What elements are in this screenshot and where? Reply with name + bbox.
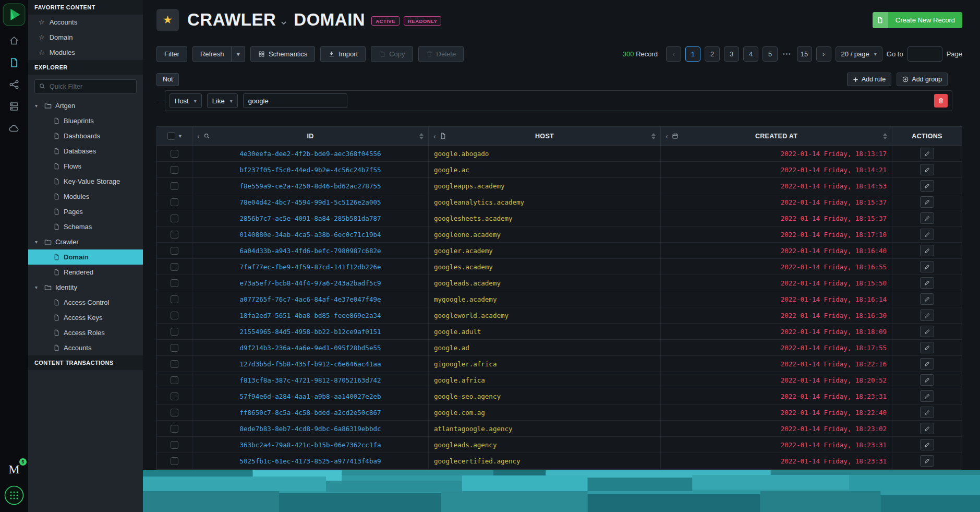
sort-control[interactable] [883, 133, 887, 139]
row-checkbox[interactable] [171, 215, 178, 222]
edit-record-button[interactable] [920, 148, 934, 159]
section-favorite-content[interactable]: FAVORITE CONTENT [28, 0, 143, 15]
edit-record-button[interactable] [920, 342, 934, 353]
page-button-2[interactable]: 2 [705, 46, 720, 62]
jump-forward-ellipsis[interactable]: ••• [783, 51, 792, 57]
chevron-left-icon[interactable]: ‹ [666, 132, 668, 140]
tree-folder-artgen[interactable]: ▾ Artgen [28, 98, 143, 113]
edit-record-button[interactable] [920, 407, 934, 418]
row-checkbox[interactable] [171, 376, 178, 384]
column-header-host[interactable]: ‹ HOST [429, 127, 661, 145]
page-size-select[interactable]: 20 / page ▾ [836, 46, 882, 62]
edit-record-button[interactable] [920, 374, 934, 386]
edit-record-button[interactable] [920, 439, 934, 450]
tree-item-rendered[interactable]: Rendered [28, 265, 143, 280]
column-header-id[interactable]: ‹ ID [192, 127, 429, 145]
tree-item-access-roles[interactable]: Access Roles [28, 325, 143, 340]
select-all-checkbox[interactable] [167, 132, 175, 140]
share-nodes-icon[interactable] [9, 79, 19, 90]
edit-record-button[interactable] [920, 212, 934, 224]
page-button-15[interactable]: 15 [797, 46, 812, 62]
edit-record-button[interactable] [920, 455, 934, 467]
edit-record-button[interactable] [920, 245, 934, 256]
search-icon[interactable] [203, 133, 210, 139]
schemantics-button[interactable]: Schemantics [250, 46, 315, 62]
row-checkbox[interactable] [171, 295, 178, 303]
row-checkbox[interactable] [171, 328, 178, 336]
row-checkbox[interactable] [171, 392, 178, 400]
import-button[interactable]: Import [320, 46, 366, 62]
tree-item-modules[interactable]: Modules [28, 189, 143, 204]
delete-rule-button[interactable] [934, 94, 948, 108]
page-button-4[interactable]: 4 [743, 46, 758, 62]
rule-value-input[interactable] [243, 93, 347, 108]
add-group-button[interactable]: Add group [897, 73, 948, 86]
cloud-icon[interactable] [9, 123, 19, 134]
goto-page-input[interactable] [908, 46, 942, 62]
row-checkbox[interactable] [171, 198, 178, 206]
edit-record-button[interactable] [920, 326, 934, 337]
row-checkbox[interactable] [171, 263, 178, 271]
add-rule-button[interactable]: Add rule [847, 73, 892, 86]
edit-record-button[interactable] [920, 164, 934, 175]
delete-button[interactable]: Delete [418, 46, 464, 62]
rule-field-select[interactable]: Host ▾ [170, 93, 202, 108]
refresh-button[interactable]: Refresh [192, 46, 232, 62]
favorite-item-modules[interactable]: ☆ Modules [28, 45, 143, 60]
tree-folder-identity[interactable]: ▾ Identity [28, 280, 143, 295]
edit-record-button[interactable] [920, 196, 934, 208]
caret-down-icon[interactable]: ▾ [35, 103, 41, 109]
tree-folder-crawler[interactable]: ▾ Crawler [28, 234, 143, 249]
row-checkbox[interactable] [171, 344, 178, 352]
row-checkbox[interactable] [171, 150, 178, 158]
prev-page-button[interactable]: ‹ [666, 46, 681, 62]
row-checkbox[interactable] [171, 279, 178, 287]
favorite-item-domain[interactable]: ☆ Domain [28, 30, 143, 45]
caret-down-icon[interactable]: ▾ [35, 284, 41, 290]
knot-logo-icon[interactable] [4, 485, 25, 506]
title-dropdown-chevron-icon[interactable] [280, 19, 287, 27]
row-checkbox[interactable] [171, 231, 178, 239]
tree-item-domain-selected[interactable]: Domain [28, 249, 143, 265]
tree-item-pages[interactable]: Pages [28, 204, 143, 219]
sort-control[interactable] [419, 133, 424, 139]
next-page-button[interactable]: › [816, 46, 831, 62]
row-checkbox[interactable] [171, 312, 178, 319]
filter-button[interactable]: Filter [156, 46, 187, 62]
tree-item-key-value-storage[interactable]: Key-Value Storage [28, 174, 143, 189]
page-button-5[interactable]: 5 [763, 46, 778, 62]
edit-record-button[interactable] [920, 277, 934, 289]
tree-item-flows[interactable]: Flows [28, 159, 143, 174]
refresh-dropdown-caret[interactable]: ▾ [232, 46, 245, 62]
tree-item-schemas[interactable]: Schemas [28, 219, 143, 234]
chevron-left-icon[interactable]: ‹ [197, 132, 200, 140]
tree-item-access-control[interactable]: Access Control [28, 295, 143, 310]
edit-record-button[interactable] [920, 180, 934, 192]
not-toggle-button[interactable]: Not [156, 73, 179, 86]
edit-record-button[interactable] [920, 309, 934, 321]
sort-control[interactable] [651, 133, 656, 139]
page-button-3[interactable]: 3 [724, 46, 739, 62]
create-new-record-button[interactable]: Create New Record [873, 12, 962, 28]
favorite-item-accounts[interactable]: ☆ Accounts [28, 15, 143, 30]
row-checkbox[interactable] [171, 409, 178, 416]
page-button-1[interactable]: 1 [685, 46, 700, 62]
file-icon[interactable] [9, 57, 19, 68]
tree-item-blueprints[interactable]: Blueprints [28, 113, 143, 128]
edit-record-button[interactable] [920, 358, 934, 370]
column-header-created-at[interactable]: ‹ CREATED AT [661, 127, 892, 145]
edit-record-button[interactable] [920, 229, 934, 240]
row-checkbox[interactable] [171, 457, 178, 465]
tree-item-databases[interactable]: Databases [28, 144, 143, 159]
chevron-left-icon[interactable]: ‹ [433, 132, 436, 140]
edit-record-button[interactable] [920, 293, 934, 305]
row-checkbox[interactable] [171, 166, 178, 174]
row-checkbox[interactable] [171, 425, 178, 433]
tree-item-access-keys[interactable]: Access Keys [28, 310, 143, 325]
row-checkbox[interactable] [171, 441, 178, 449]
server-icon[interactable] [9, 101, 19, 112]
tree-item-dashboards[interactable]: Dashboards [28, 128, 143, 144]
user-avatar[interactable]: M 5 [8, 462, 19, 477]
section-explorer[interactable]: EXPLORER [28, 60, 143, 75]
quick-filter-input[interactable] [34, 79, 137, 93]
